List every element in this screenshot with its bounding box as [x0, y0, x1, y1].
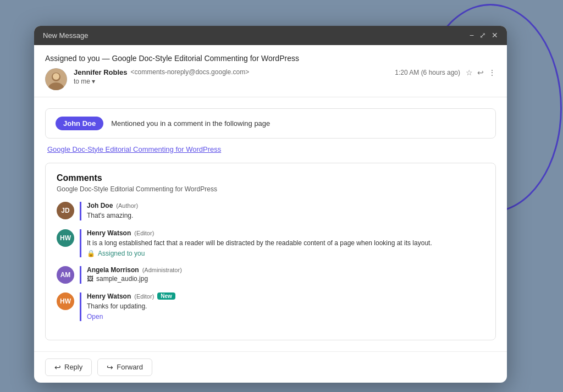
comment-author-name: Henry Watson	[87, 229, 131, 237]
to-me[interactable]: to me ▾	[74, 78, 249, 85]
comment-author-role: (Administrator)	[142, 267, 182, 273]
comment-item: HW Henry Watson (Editor) It is a long es…	[57, 229, 484, 257]
email-meta: 1:20 AM (6 hours ago) ☆ ↩ ⋮	[395, 68, 496, 77]
avatar: HW	[57, 292, 74, 310]
assigned-to-you: 🔒 Assigned to you	[87, 250, 484, 257]
mention-text: Mentioned you in a comment in the follow…	[111, 119, 270, 128]
sender-row: Jennifer Robles <comments-noreply@docs.g…	[45, 68, 496, 90]
sender-info: Jennifer Robles <comments-noreply@docs.g…	[45, 68, 249, 90]
attachment-row: 🖼 sample_audio.jpg	[87, 275, 484, 283]
new-badge: New	[157, 292, 175, 300]
comments-title: Comments	[57, 173, 484, 183]
avatar: AM	[57, 266, 74, 284]
forward-button[interactable]: ↪ Forward	[97, 358, 152, 376]
maximize-button[interactable]: ⤢	[479, 31, 486, 39]
comment-author-row: Angela Morrison (Administrator)	[87, 266, 484, 274]
avatar: HW	[57, 229, 74, 247]
mention-badge: John Doe	[56, 117, 103, 130]
comment-author-row: Joh Doe (Author)	[87, 202, 484, 209]
comment-author-role: (Editor)	[134, 293, 154, 300]
email-header: Assigned to you — Google Doc-Style Edito…	[34, 45, 507, 97]
sender-email: <comments-noreply@docs.google.com>	[131, 68, 250, 76]
comments-section: Comments Google Doc-Style Editorial Comm…	[45, 163, 496, 340]
mention-page-link[interactable]: Google Doc-Style Editorial Commenting fo…	[47, 145, 221, 153]
minimize-button[interactable]: −	[470, 31, 474, 39]
comment-author-name: Angela Morrison	[87, 266, 139, 274]
mention-card: John Doe Mentioned you in a comment in t…	[45, 108, 496, 139]
comment-author-row: Henry Watson (Editor) New	[87, 292, 484, 300]
close-button[interactable]: ✕	[492, 31, 498, 39]
comment-item: HW Henry Watson (Editor) New Thanks for …	[57, 292, 484, 321]
sender-avatar	[45, 68, 67, 90]
comment-content: Angela Morrison (Administrator) 🖼 sample…	[80, 266, 484, 284]
email-body: John Doe Mentioned you in a comment in t…	[34, 97, 507, 351]
open-link[interactable]: Open	[87, 313, 103, 321]
comment-content: Henry Watson (Editor) It is a long estab…	[80, 229, 484, 257]
comment-author-role: (Editor)	[134, 230, 154, 236]
email-window: New Message − ⤢ ✕ Assigned to you — Goog…	[34, 26, 507, 383]
meta-icons: ☆ ↩ ⋮	[466, 68, 496, 77]
attachment-name: sample_audio.jpg	[96, 275, 148, 283]
window-controls: − ⤢ ✕	[470, 31, 498, 39]
comment-author-role: (Author)	[116, 202, 138, 209]
title-bar: New Message − ⤢ ✕	[34, 26, 507, 45]
sender-details: Jennifer Robles <comments-noreply@docs.g…	[74, 68, 249, 85]
email-footer: ↩ Reply ↪ Forward	[34, 351, 507, 383]
comment-content: Joh Doe (Author) That's amazing.	[80, 202, 484, 220]
comment-item: JD Joh Doe (Author) That's amazing.	[57, 202, 484, 220]
comment-author-name: Henry Watson	[87, 292, 131, 300]
comment-text: It is a long established fact that a rea…	[87, 238, 484, 248]
star-button[interactable]: ☆	[466, 68, 473, 77]
email-timestamp: 1:20 AM (6 hours ago)	[395, 69, 460, 76]
comments-page-ref: Google Doc-Style Editorial Commenting fo…	[57, 185, 484, 193]
comment-author-name: Joh Doe	[87, 202, 113, 209]
comment-author-row: Henry Watson (Editor)	[87, 229, 484, 237]
avatar: JD	[57, 202, 74, 219]
reply-icon-button[interactable]: ↩	[477, 68, 484, 77]
comment-content: Henry Watson (Editor) New Thanks for upd…	[80, 292, 484, 321]
window-title: New Message	[43, 31, 88, 40]
reply-button[interactable]: ↩ Reply	[45, 358, 92, 376]
sender-name: Jennifer Robles	[74, 68, 128, 76]
comment-text: Thanks for updating.	[87, 301, 484, 311]
email-subject: Assigned to you — Google Doc-Style Edito…	[45, 54, 496, 63]
forward-icon: ↪	[107, 363, 113, 372]
svg-point-3	[53, 73, 59, 80]
comment-text: That's amazing.	[87, 211, 484, 220]
more-options-button[interactable]: ⋮	[488, 68, 496, 77]
comment-item: AM Angela Morrison (Administrator) 🖼 sam…	[57, 266, 484, 284]
reply-icon: ↩	[54, 363, 61, 372]
